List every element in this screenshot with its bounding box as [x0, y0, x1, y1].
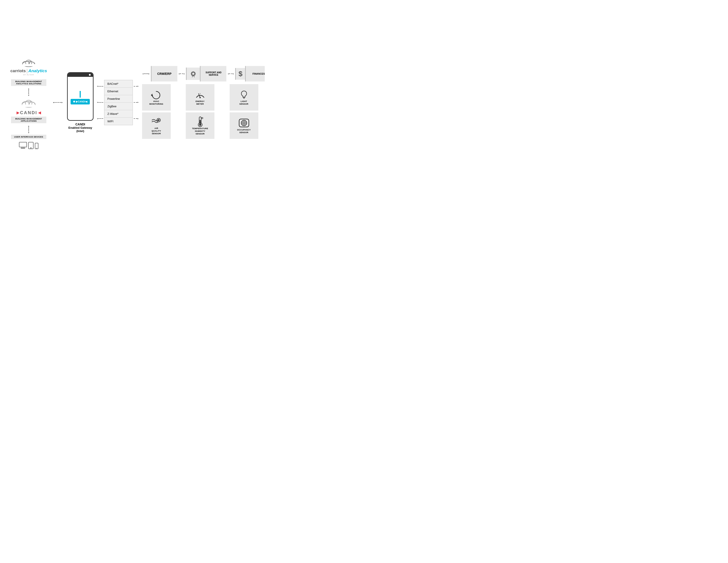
arrow-analytics-to-cloud: ▲ ▼ [28, 87, 30, 97]
top-services-row: ◄ ► CRM/ERP ◄ ► [142, 66, 265, 81]
protocol-zwave: Z-Wave* [104, 110, 133, 118]
crm-label: CRM/ERP [157, 72, 172, 75]
phone-dot [89, 74, 91, 76]
monitor-icon [19, 142, 27, 149]
arrow-to-top-sensors: ► [134, 85, 139, 87]
svg-point-14 [30, 147, 31, 148]
finances-label-box: FINANCES [245, 66, 265, 81]
arrow-wifi: ◄ [97, 118, 103, 120]
arrow-ethernet: ◄ [97, 101, 103, 103]
hvac-label: HVACMONITORING [149, 100, 163, 105]
candi-badge-text: ▶CANDI◀ [76, 100, 87, 103]
svg-rect-9 [22, 104, 35, 107]
arrows-gateway-to-protocol: ◄ ◄ ◄ [97, 78, 103, 127]
analytics-logo-text: Analytics [28, 68, 47, 73]
full-diagram: carriots | Analytics BY ALTAIR BUILDING … [7, 56, 258, 149]
gateway-label: CANDI Enabled Gateway (Intel) [68, 122, 92, 133]
device-icons [19, 142, 39, 149]
svg-rect-32 [200, 120, 201, 124]
crm-erp-box: CRM/ERP [151, 66, 177, 81]
arrow-bacnet: ◄ [97, 85, 103, 87]
energy-icon [194, 89, 206, 100]
arrow-left-to-gateway: ◄ ► [53, 101, 63, 103]
temp-icon [196, 116, 204, 127]
carriots-logo-text: carriots [10, 68, 26, 73]
support-icon [189, 69, 198, 78]
arrow-to-bottom-sensors: ► [134, 118, 139, 120]
right-section: ◄ ► CRM/ERP ◄ ► [142, 66, 265, 139]
ui-devices-label: USER INTERFACE DEVICES [11, 135, 46, 139]
light-sensor-box: LIGHTSENSOR [230, 84, 258, 111]
temp-sensor-box: TEMPERATUREHUMIDITYSENSOR [186, 112, 214, 139]
building-mgmt-analytics-label: BUILDING MANAGEMENTANALYTICS SOLUTIONS [11, 79, 46, 86]
candi-badge-dot [73, 101, 75, 102]
left-column: carriots | Analytics BY ALTAIR BUILDING … [7, 56, 51, 149]
light-icon [238, 89, 250, 100]
svg-rect-12 [21, 148, 25, 148]
svg-rect-13 [28, 142, 33, 149]
hvac-sensor-box: HVACMONITORING [142, 84, 171, 111]
svg-point-38 [244, 122, 244, 123]
building-mgmt-apps-label: BUILDING MANAGEMENTAPPLICATIONS [11, 117, 46, 123]
support-label-box: SUPPORT ANDSERVICE [200, 66, 226, 81]
arrow-candi-to-devices: ▲ ▼ [28, 124, 30, 135]
altair-text: BY ALTAIR [10, 74, 47, 76]
support-icon-box [186, 68, 200, 80]
svg-rect-10 [19, 142, 27, 147]
gateway-label-line3: (Intel) [68, 129, 92, 133]
protocol-wifi: WIFI [104, 118, 133, 125]
energy-label: ENERGYMETER [196, 100, 205, 105]
cloud-middle-icon [21, 97, 36, 109]
phone-antenna [80, 91, 81, 98]
protocol-ethernet: Ethernet [104, 88, 133, 95]
energy-sensor-box: ENERGYMETER [186, 84, 214, 111]
sensor-grid: HVACMONITORING ENERGYME [142, 84, 265, 139]
candi-badge: ▶CANDI◀ [71, 99, 90, 104]
hvac-icon [150, 89, 162, 100]
arrows-protocol-to-sensors: ► ► ► [134, 78, 139, 127]
tablet-icon [28, 142, 34, 149]
arrow-to-middle: ► [134, 101, 139, 103]
arrow-to-crm: ◄ ► [142, 73, 150, 75]
gateway-label-line2: Enabled Gateway [68, 126, 92, 129]
svg-point-33 [199, 124, 201, 126]
occupancy-icon [238, 117, 250, 129]
protocol-powerline: Powerline [104, 95, 133, 103]
gateway-section: ▶CANDI◀ CANDI Enabled Gateway (Intel) [67, 72, 94, 133]
occupancy-sensor-box: OCCUPANCYSENSOR [230, 112, 258, 139]
protocol-bacnet: BACnet* [104, 80, 133, 88]
gateway-label-line1: CANDI [68, 122, 92, 126]
svg-point-17 [192, 72, 195, 75]
protocol-list: BACnet* Ethernet Powerline ZigBee Z-Wave… [104, 80, 133, 125]
svg-point-16 [36, 148, 37, 148]
svg-marker-19 [151, 94, 152, 97]
phone-top-bar [68, 73, 93, 77]
air-sensor-box: AIRQUALITYSENSOR [142, 112, 171, 139]
cloud-top-icon [22, 58, 36, 67]
arrow-crm-to-support: ◄ ► [178, 73, 185, 75]
protocol-zigbee: ZigBee [104, 103, 133, 110]
phone-icon [35, 143, 39, 149]
light-label: LIGHTSENSOR [239, 100, 248, 105]
occupancy-label: OCCUPANCYSENSOR [237, 129, 251, 134]
air-icon [150, 116, 162, 127]
svg-point-29 [158, 119, 159, 121]
candi-logo: ▶ CANDI ◀ [17, 110, 41, 115]
finances-icon-box: $ [235, 68, 245, 80]
arrow-support-to-finances: ◄ ► [227, 73, 234, 75]
gateway-device: ▶CANDI◀ [67, 72, 94, 121]
air-label: AIRQUALITYSENSOR [152, 127, 161, 135]
diagram-container: carriots | Analytics BY ALTAIR BUILDING … [0, 0, 265, 205]
logo-box: carriots | Analytics BY ALTAIR [8, 56, 49, 78]
svg-rect-4 [23, 64, 35, 66]
svg-point-34 [202, 117, 203, 119]
temp-label: TEMPERATUREHUMIDITYSENSOR [192, 127, 208, 135]
svg-point-21 [199, 97, 201, 98]
